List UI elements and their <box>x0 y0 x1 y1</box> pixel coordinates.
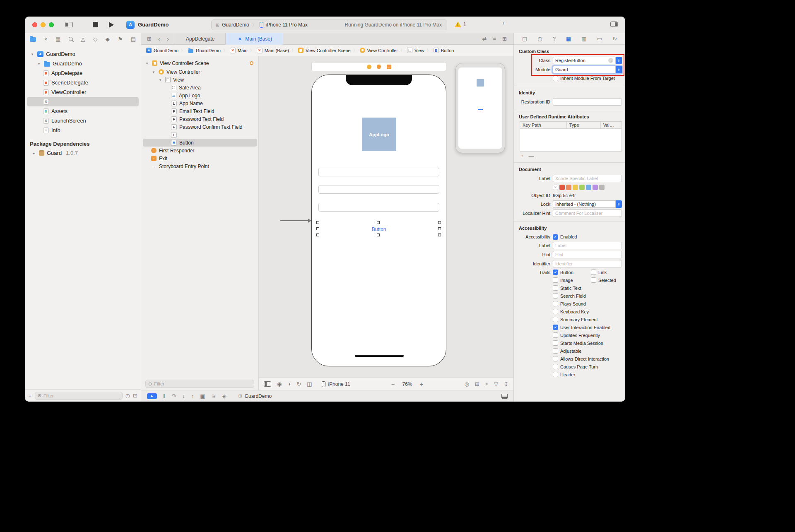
editor-options-icon[interactable] <box>493 36 496 41</box>
color-swatch-yellow[interactable] <box>573 185 578 190</box>
checkbox[interactable] <box>591 277 596 283</box>
step-out-icon[interactable] <box>191 393 194 399</box>
outline-button-selected[interactable]: Button <box>143 139 257 147</box>
add-tab-button[interactable]: + <box>502 20 505 26</box>
add-file-button[interactable]: + <box>28 392 32 399</box>
close-button[interactable] <box>32 22 37 27</box>
outline-safe-area[interactable]: Safe Area <box>143 84 257 91</box>
a11y-identifier-field[interactable] <box>553 260 622 267</box>
scheme-target[interactable]: GuardDemo <box>222 22 249 28</box>
checkbox[interactable] <box>553 325 558 330</box>
appearance-icon[interactable] <box>287 381 291 387</box>
checkbox[interactable] <box>553 309 558 314</box>
outline-app-name[interactable]: App Name <box>143 99 257 107</box>
find-navigator-icon[interactable] <box>69 37 73 41</box>
selection-handle[interactable] <box>316 221 319 224</box>
trait-plays-sound[interactable]: Plays Sound <box>553 301 586 306</box>
test-navigator-icon[interactable] <box>93 36 97 42</box>
recent-files-icon[interactable] <box>125 393 130 398</box>
trait-static-text[interactable]: Static Text <box>553 285 581 291</box>
outline-exit[interactable]: Exit <box>143 154 257 162</box>
trait-user-interaction-enabled[interactable]: User Interaction Enabled <box>553 325 610 330</box>
trait-button[interactable]: Button <box>553 270 591 275</box>
project-navigator-icon[interactable] <box>30 37 36 42</box>
tab-overview-icon[interactable] <box>147 36 152 41</box>
disclosure-icon[interactable]: ▾ <box>30 52 35 56</box>
forward-icon[interactable] <box>167 36 169 42</box>
checkbox[interactable] <box>553 332 558 338</box>
zoom-out-button[interactable] <box>391 381 395 387</box>
help-inspector-icon[interactable] <box>553 36 556 41</box>
trait-starts-media-session[interactable]: Starts Media Session <box>553 340 603 346</box>
outline-view[interactable]: ▾ View <box>143 76 257 84</box>
trait-selected[interactable]: Selected <box>591 277 625 283</box>
app-logo-image[interactable]: AppLogo <box>362 118 396 151</box>
module-field[interactable]: Guard <box>553 66 616 73</box>
trait-header[interactable]: Header <box>553 372 575 377</box>
checkbox[interactable] <box>553 317 558 322</box>
memory-graph-icon[interactable] <box>212 393 216 399</box>
connections-inspector-icon[interactable] <box>612 36 617 41</box>
trait-adjustable[interactable]: Adjustable <box>553 348 581 354</box>
module-dropdown-icon[interactable]: ▲▼ <box>616 66 622 73</box>
bookmarks-icon[interactable] <box>55 36 60 42</box>
outline-entry-point[interactable]: Storyboard Entry Point <box>143 162 257 170</box>
orientation-icon[interactable] <box>296 381 301 387</box>
simulate-location-icon[interactable] <box>222 393 226 399</box>
class-combo[interactable]: RegisterButton → ▲▼ <box>553 57 622 64</box>
disclosure-icon[interactable]: ▾ <box>36 62 41 66</box>
outline-filter-input[interactable] <box>154 381 251 386</box>
selection-handle[interactable] <box>438 221 441 224</box>
add-attribute-button[interactable]: + <box>520 153 524 159</box>
size-inspector-icon[interactable] <box>597 36 602 41</box>
tree-item-package[interactable]: ▸ Guard 1.0.7 <box>27 148 139 158</box>
outline-email-field[interactable]: Email Text Field <box>143 107 257 115</box>
color-swatch-purple[interactable] <box>593 185 598 190</box>
zoom-button[interactable] <box>49 22 54 27</box>
outline-scene[interactable]: ▾ View Controller Scene <box>143 58 257 68</box>
code-review-icon[interactable] <box>482 36 487 41</box>
tree-item-file[interactable]: ViewController <box>27 87 139 97</box>
exit-dock-icon[interactable] <box>387 65 391 69</box>
device-canvas[interactable]: AppLogo Button <box>311 75 446 366</box>
storyboard-canvas[interactable]: AppLogo Button <box>259 56 513 378</box>
breadcrumb[interactable]: Button <box>434 48 454 53</box>
issues-badge[interactable]: 1 <box>455 22 466 27</box>
minimize-button[interactable] <box>41 22 46 27</box>
selection-handle[interactable] <box>377 234 380 236</box>
inherit-module-checkbox[interactable] <box>553 76 558 81</box>
accessibility-preview-icon[interactable] <box>277 381 282 387</box>
lock-dropdown[interactable]: Inherited - (Nothing) ▲▼ <box>553 200 622 208</box>
scheme-name[interactable]: GuardDemo <box>138 22 169 28</box>
color-swatch-orange[interactable] <box>566 185 571 190</box>
first-responder-dock-icon[interactable] <box>377 65 381 69</box>
outline-password-field[interactable]: Password Text Field <box>143 115 257 123</box>
view-hierarchy-icon[interactable] <box>200 393 205 399</box>
debug-navigator-icon[interactable] <box>106 36 110 42</box>
color-swatch-blue[interactable] <box>586 185 591 190</box>
selection-handle[interactable] <box>438 227 441 230</box>
checkbox[interactable] <box>553 340 558 346</box>
tree-item-file[interactable]: SceneDelegate <box>27 78 139 87</box>
remove-attribute-button[interactable]: — <box>529 153 534 159</box>
toggle-console-icon[interactable] <box>501 394 508 399</box>
running-process[interactable]: GuardDemo <box>238 393 272 399</box>
attributes-inspector-icon[interactable] <box>581 36 586 41</box>
jump-to-class-icon[interactable]: → <box>608 58 613 63</box>
color-swatch-red[interactable] <box>559 185 565 190</box>
runtime-attributes-table[interactable]: Key Path Type Val… <box>520 121 622 152</box>
checkbox[interactable] <box>553 277 558 283</box>
outline-empty-label[interactable] <box>143 131 257 139</box>
selection-handle[interactable] <box>438 234 441 236</box>
color-swatch-gray[interactable] <box>599 185 605 190</box>
breakpoint-navigator-icon[interactable] <box>118 36 123 42</box>
breadcrumb[interactable]: Main <box>230 48 248 53</box>
outline-filter[interactable] <box>145 380 254 388</box>
navigator-filter[interactable] <box>35 392 123 400</box>
class-dropdown-icon[interactable]: ▲▼ <box>616 57 622 64</box>
zoom-in-button[interactable] <box>420 381 424 387</box>
trait-allows-direct-interaction[interactable]: Allows Direct Interaction <box>553 356 609 361</box>
tree-item-file[interactable]: Info <box>27 125 139 135</box>
device-selector[interactable]: iPhone 11 <box>322 381 350 387</box>
checkbox[interactable] <box>553 364 558 369</box>
